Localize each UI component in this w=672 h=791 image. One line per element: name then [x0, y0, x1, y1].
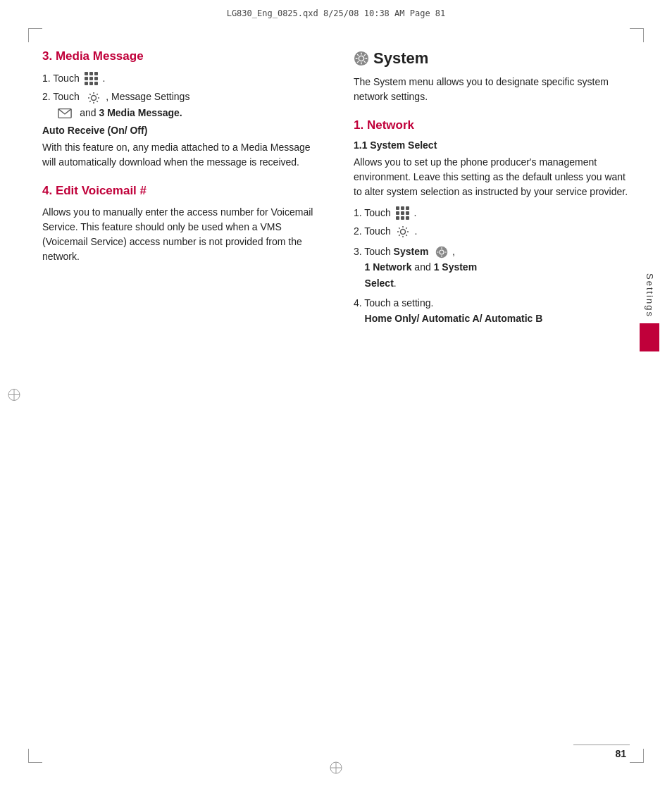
- section3-step2-prefix: 2. Touch: [42, 91, 82, 102]
- svg-point-10: [400, 229, 405, 234]
- network-heading: 1. Network: [354, 118, 630, 132]
- corner-mark-bl: [28, 749, 42, 763]
- reg-mark-left: [7, 387, 21, 404]
- network-step3-text3: Select.: [365, 278, 397, 289]
- system-intro: The System menu allows you to designate …: [354, 75, 630, 104]
- corner-mark-br: [630, 749, 644, 763]
- system-icon: [354, 51, 369, 66]
- system-title: System: [373, 49, 428, 68]
- section3-step2: 2. Touch , Message Settings and 3 Media …: [42, 89, 318, 120]
- network-step1-dot: .: [411, 205, 417, 220]
- network-step3: 3. Touch System , 1 Network and 1 System…: [354, 244, 630, 291]
- network-step3-text: 3. Touch System: [354, 246, 431, 257]
- reg-mark-bottom: [329, 761, 343, 777]
- network-step4: 4. Touch a setting. Home Only/ Automatic…: [354, 295, 630, 327]
- network-step4-prefix: 4. Touch a setting.: [354, 297, 433, 309]
- corner-mark-tr: [630, 28, 644, 42]
- section3-step2-and: and 3 Media Message.: [77, 107, 182, 118]
- system-title-row: System: [354, 49, 630, 68]
- page-content: 3. Media Message 1. Touch . 2. Touch , M…: [42, 49, 630, 749]
- right-column: System The System menu allows you to des…: [347, 49, 630, 749]
- section3-heading: 3. Media Message: [42, 49, 318, 63]
- gear-icon-2: [396, 225, 410, 239]
- section3-step1: 1. Touch .: [42, 70, 318, 86]
- network-step3-suffix: ,: [452, 246, 455, 257]
- system-select-heading: 1.1 System Select: [354, 139, 630, 151]
- system-icon-small: [435, 246, 448, 259]
- section3-step2-suffix: , Message Settings: [106, 91, 189, 102]
- section3-step1-dot: .: [100, 70, 106, 86]
- system-select-body: Allows you to set up the phone producer'…: [354, 155, 630, 199]
- section4-body: Allows you to manually enter the access …: [42, 205, 318, 264]
- corner-mark-tl: [28, 28, 42, 42]
- network-step2-dot: .: [412, 223, 418, 239]
- network-step2: 2. Touch .: [354, 223, 630, 239]
- auto-receive-body: With this feature on, any media attached…: [42, 140, 318, 170]
- message-icon-1: [58, 108, 72, 119]
- apps-icon-2: [396, 206, 409, 220]
- svg-point-6: [92, 95, 97, 100]
- sidebar-label: Settings: [642, 268, 658, 323]
- sidebar-bar: [640, 323, 659, 351]
- network-step1-prefix: 1. Touch: [354, 205, 394, 220]
- gear-icon-1: [87, 91, 101, 105]
- network-step4-options: Home Only/ Automatic A/ Automatic B: [365, 313, 543, 324]
- header-file-info: LG830_Eng_0825.qxd 8/25/08 10:38 AM Page…: [0, 8, 672, 18]
- auto-receive-heading: Auto Receive (On/ Off): [42, 125, 318, 136]
- network-step3-text2: 1 Network and 1 System: [365, 261, 478, 273]
- section3-step1-prefix: 1. Touch: [42, 70, 82, 86]
- sidebar-settings: Settings: [640, 268, 659, 351]
- section4-heading: 4. Edit Voicemail #: [42, 184, 318, 198]
- apps-icon-1: [85, 72, 98, 85]
- network-step1: 1. Touch .: [354, 205, 630, 220]
- page-number: 81: [615, 748, 626, 759]
- left-column: 3. Media Message 1. Touch . 2. Touch , M…: [42, 49, 325, 749]
- network-step2-prefix: 2. Touch: [354, 223, 394, 239]
